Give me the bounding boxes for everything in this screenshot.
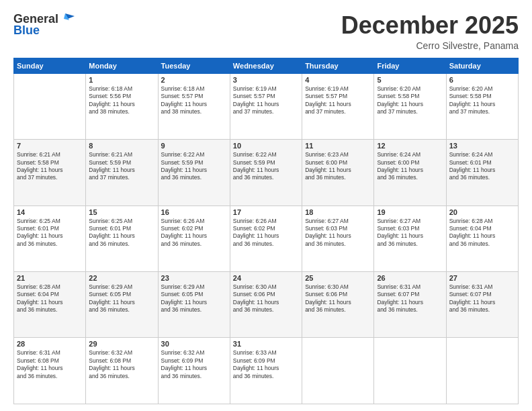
day-info: Sunrise: 6:19 AMSunset: 5:57 PMDaylight:… [305,85,371,116]
day-number: 23 [161,274,227,282]
day-info: Sunrise: 6:27 AMSunset: 6:03 PMDaylight:… [305,218,371,248]
day-info: Sunrise: 6:30 AMSunset: 6:06 PMDaylight:… [305,283,371,314]
day-number: 28 [17,340,83,348]
subtitle: Cerro Silvestre, Panama [341,40,519,51]
day-number: 10 [233,142,299,150]
day-number: 7 [17,142,83,150]
day-info: Sunrise: 6:24 AMSunset: 6:01 PMDaylight:… [449,151,515,182]
header: General Blue December 2025 Cerro Silvest… [13,12,519,51]
calendar-cell: 2Sunrise: 6:18 AMSunset: 5:57 PMDaylight… [158,73,230,139]
day-number: 1 [89,76,154,84]
calendar-header-row: SundayMondayTuesdayWednesdayThursdayFrid… [14,58,519,73]
calendar-cell [446,338,518,404]
day-number: 12 [377,142,443,150]
calendar-cell: 9Sunrise: 6:22 AMSunset: 5:59 PMDaylight… [158,140,230,205]
day-number: 29 [89,340,154,348]
calendar-week-row: 1Sunrise: 6:18 AMSunset: 5:56 PMDaylight… [14,73,519,139]
day-info: Sunrise: 6:32 AMSunset: 6:08 PMDaylight:… [89,349,154,380]
day-info: Sunrise: 6:18 AMSunset: 5:57 PMDaylight:… [161,85,227,116]
calendar-cell: 31Sunrise: 6:33 AMSunset: 6:09 PMDayligh… [230,338,302,404]
day-number: 30 [161,340,227,348]
day-info: Sunrise: 6:28 AMSunset: 6:04 PMDaylight:… [17,283,83,314]
day-info: Sunrise: 6:21 AMSunset: 5:59 PMDaylight:… [89,151,154,182]
day-number: 5 [377,76,443,84]
calendar-cell: 27Sunrise: 6:31 AMSunset: 6:07 PMDayligh… [446,272,518,338]
title-block: December 2025 Cerro Silvestre, Panama [341,12,519,51]
calendar-week-row: 28Sunrise: 6:31 AMSunset: 6:08 PMDayligh… [14,338,519,404]
day-info: Sunrise: 6:22 AMSunset: 5:59 PMDaylight:… [233,151,299,182]
calendar-cell: 3Sunrise: 6:19 AMSunset: 5:57 PMDaylight… [230,73,302,139]
day-number: 13 [449,142,515,150]
calendar-cell: 25Sunrise: 6:30 AMSunset: 6:06 PMDayligh… [302,272,374,338]
day-number: 18 [305,208,371,216]
day-info: Sunrise: 6:25 AMSunset: 6:01 PMDaylight:… [89,218,154,248]
day-info: Sunrise: 6:21 AMSunset: 5:58 PMDaylight:… [17,151,83,182]
day-info: Sunrise: 6:27 AMSunset: 6:03 PMDaylight:… [377,218,443,248]
calendar-cell: 8Sunrise: 6:21 AMSunset: 5:59 PMDaylight… [86,140,158,205]
calendar-cell: 30Sunrise: 6:32 AMSunset: 6:09 PMDayligh… [158,338,230,404]
day-number: 6 [449,76,515,84]
calendar-cell: 18Sunrise: 6:27 AMSunset: 6:03 PMDayligh… [302,205,374,271]
day-info: Sunrise: 6:20 AMSunset: 5:58 PMDaylight:… [449,85,515,116]
day-info: Sunrise: 6:31 AMSunset: 6:08 PMDaylight:… [17,349,83,380]
day-info: Sunrise: 6:20 AMSunset: 5:58 PMDaylight:… [377,85,443,116]
day-number: 11 [305,142,371,150]
day-info: Sunrise: 6:29 AMSunset: 6:05 PMDaylight:… [161,283,227,314]
calendar-cell: 15Sunrise: 6:25 AMSunset: 6:01 PMDayligh… [86,205,158,271]
day-info: Sunrise: 6:19 AMSunset: 5:57 PMDaylight:… [233,85,299,116]
day-number: 21 [17,274,83,282]
day-info: Sunrise: 6:26 AMSunset: 6:02 PMDaylight:… [161,218,227,248]
day-info: Sunrise: 6:22 AMSunset: 5:59 PMDaylight:… [161,151,227,182]
day-number: 9 [161,142,227,150]
calendar-cell: 20Sunrise: 6:28 AMSunset: 6:04 PMDayligh… [446,205,518,271]
day-info: Sunrise: 6:32 AMSunset: 6:09 PMDaylight:… [161,349,227,380]
calendar-header-thursday: Thursday [302,58,374,73]
day-number: 8 [89,142,154,150]
calendar-cell: 24Sunrise: 6:30 AMSunset: 6:06 PMDayligh… [230,272,302,338]
logo-bird-icon [60,13,75,24]
calendar-cell: 7Sunrise: 6:21 AMSunset: 5:58 PMDaylight… [14,140,86,205]
month-title: December 2025 [341,12,519,39]
calendar-cell [14,73,86,139]
calendar-cell: 16Sunrise: 6:26 AMSunset: 6:02 PMDayligh… [158,205,230,271]
day-info: Sunrise: 6:28 AMSunset: 6:04 PMDaylight:… [449,218,515,248]
calendar-cell: 21Sunrise: 6:28 AMSunset: 6:04 PMDayligh… [14,272,86,338]
calendar-cell [302,338,374,404]
day-number: 15 [89,208,154,216]
day-number: 19 [377,208,443,216]
calendar-week-row: 7Sunrise: 6:21 AMSunset: 5:58 PMDaylight… [14,140,519,205]
day-number: 2 [161,76,227,84]
day-info: Sunrise: 6:30 AMSunset: 6:06 PMDaylight:… [233,283,299,314]
calendar-cell: 19Sunrise: 6:27 AMSunset: 6:03 PMDayligh… [374,205,446,271]
day-number: 26 [377,274,443,282]
calendar-header-monday: Monday [86,58,158,73]
calendar-cell: 22Sunrise: 6:29 AMSunset: 6:05 PMDayligh… [86,272,158,338]
calendar-cell [374,338,446,404]
day-info: Sunrise: 6:31 AMSunset: 6:07 PMDaylight:… [449,283,515,314]
day-number: 4 [305,76,371,84]
day-number: 14 [17,208,83,216]
calendar-header-sunday: Sunday [14,58,86,73]
calendar-cell: 5Sunrise: 6:20 AMSunset: 5:58 PMDaylight… [374,73,446,139]
calendar-cell: 6Sunrise: 6:20 AMSunset: 5:58 PMDaylight… [446,73,518,139]
calendar-cell: 13Sunrise: 6:24 AMSunset: 6:01 PMDayligh… [446,140,518,205]
day-info: Sunrise: 6:23 AMSunset: 6:00 PMDaylight:… [305,151,371,182]
calendar-header-friday: Friday [374,58,446,73]
calendar-cell: 11Sunrise: 6:23 AMSunset: 6:00 PMDayligh… [302,140,374,205]
day-number: 27 [449,274,515,282]
day-number: 3 [233,76,299,84]
calendar-week-row: 21Sunrise: 6:28 AMSunset: 6:04 PMDayligh… [14,272,519,338]
day-info: Sunrise: 6:29 AMSunset: 6:05 PMDaylight:… [89,283,154,314]
day-info: Sunrise: 6:24 AMSunset: 6:00 PMDaylight:… [377,151,443,182]
calendar-cell: 26Sunrise: 6:31 AMSunset: 6:07 PMDayligh… [374,272,446,338]
day-info: Sunrise: 6:18 AMSunset: 5:56 PMDaylight:… [89,85,154,116]
page: General Blue December 2025 Cerro Silvest… [0,0,532,411]
day-number: 16 [161,208,227,216]
logo-blue: Blue [13,24,40,38]
calendar-cell: 29Sunrise: 6:32 AMSunset: 6:08 PMDayligh… [86,338,158,404]
day-number: 20 [449,208,515,216]
calendar-cell: 12Sunrise: 6:24 AMSunset: 6:00 PMDayligh… [374,140,446,205]
day-number: 31 [233,340,299,348]
day-info: Sunrise: 6:31 AMSunset: 6:07 PMDaylight:… [377,283,443,314]
day-info: Sunrise: 6:26 AMSunset: 6:02 PMDaylight:… [233,218,299,248]
